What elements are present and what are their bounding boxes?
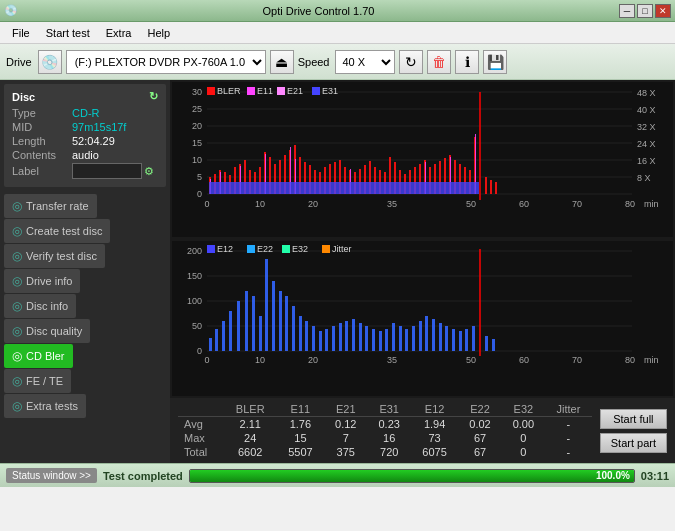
- eject-button[interactable]: ⏏: [270, 50, 294, 74]
- chart-area: 30 25 20 15 10 5 0 0 10 20 35 50 60 70 8…: [170, 80, 675, 463]
- sidebar-item-disc-info[interactable]: ◎ Disc info: [4, 294, 76, 318]
- titlebar: 💿 Opti Drive Control 1.70 ─ □ ✕: [0, 0, 675, 22]
- sidebar-label-create-test-disc: Create test disc: [26, 225, 102, 237]
- titlebar-controls: ─ □ ✕: [619, 4, 671, 18]
- start-full-button[interactable]: Start full: [600, 409, 667, 429]
- row-max-e11: 15: [277, 431, 324, 445]
- refresh-button[interactable]: ↻: [399, 50, 423, 74]
- sidebar-item-cd-bler[interactable]: ◎ CD Bler: [4, 344, 73, 368]
- drive-label: Drive: [6, 56, 32, 68]
- row-max-jitter: -: [545, 431, 592, 445]
- sidebar-item-transfer-rate[interactable]: ◎ Transfer rate: [4, 194, 97, 218]
- sidebar-item-verify-test-disc[interactable]: ◎ Verify test disc: [4, 244, 105, 268]
- svg-rect-139: [299, 316, 302, 351]
- row-total-e21: 375: [324, 445, 367, 459]
- svg-rect-97: [209, 182, 479, 194]
- svg-text:70: 70: [572, 199, 582, 209]
- svg-text:5: 5: [197, 172, 202, 182]
- svg-rect-145: [339, 323, 342, 351]
- row-avg-e32: 0.00: [502, 417, 545, 432]
- sidebar-item-disc-quality[interactable]: ◎ Disc quality: [4, 319, 90, 343]
- disc-label-input[interactable]: [72, 163, 142, 179]
- svg-rect-150: [372, 329, 375, 351]
- col-bler: BLER: [224, 402, 277, 417]
- save-button[interactable]: 💾: [483, 50, 507, 74]
- cd-bler-icon: ◎: [12, 349, 22, 363]
- disc-contents-label: Contents: [12, 149, 72, 161]
- erase-button[interactable]: 🗑: [427, 50, 451, 74]
- row-total-e11: 5507: [277, 445, 324, 459]
- drive-icon-btn[interactable]: 💿: [38, 50, 62, 74]
- svg-rect-162: [452, 329, 455, 351]
- svg-text:50: 50: [466, 355, 476, 365]
- svg-text:0: 0: [204, 355, 209, 365]
- col-e32: E32: [502, 402, 545, 417]
- svg-rect-104: [312, 87, 320, 95]
- menu-extra[interactable]: Extra: [98, 25, 140, 41]
- col-e12: E12: [411, 402, 458, 417]
- main-content: Disc ↻ Type CD-R MID 97m15s17f Length 52…: [0, 80, 675, 463]
- start-part-button[interactable]: Start part: [600, 433, 667, 453]
- svg-text:80: 80: [625, 355, 635, 365]
- maximize-button[interactable]: □: [637, 4, 653, 18]
- svg-rect-166: [485, 336, 488, 351]
- disc-label-row: Label ⚙: [12, 163, 158, 179]
- svg-text:200: 200: [187, 246, 202, 256]
- col-e22: E22: [458, 402, 501, 417]
- svg-text:100: 100: [187, 296, 202, 306]
- sidebar-item-drive-info[interactable]: ◎ Drive info: [4, 269, 80, 293]
- stat-action-buttons: Start full Start part: [600, 409, 667, 453]
- svg-text:35: 35: [387, 355, 397, 365]
- row-avg-label: Avg: [178, 417, 224, 432]
- disc-info-icon: ◎: [12, 299, 22, 313]
- close-button[interactable]: ✕: [655, 4, 671, 18]
- row-max-e32: 0: [502, 431, 545, 445]
- create-test-disc-icon: ◎: [12, 224, 22, 238]
- status-text: Test completed: [103, 470, 183, 482]
- disc-refresh-icon[interactable]: ↻: [149, 90, 158, 103]
- sidebar-item-fe-te[interactable]: ◎ FE / TE: [4, 369, 71, 393]
- disc-type-value: CD-R: [72, 107, 100, 119]
- svg-text:E11: E11: [257, 86, 273, 96]
- transfer-rate-icon: ◎: [12, 199, 22, 213]
- chart2-svg: 200 150 100 50 0 0 10 20 35 50 60 70 80 …: [172, 241, 673, 396]
- row-avg-e31: 0.23: [368, 417, 411, 432]
- status-window-button[interactable]: Status window >>: [6, 468, 97, 483]
- fe-te-icon: ◎: [12, 374, 22, 388]
- svg-rect-149: [365, 326, 368, 351]
- row-total-bler: 6602: [224, 445, 277, 459]
- svg-rect-144: [332, 326, 335, 351]
- row-max-e12: 73: [411, 431, 458, 445]
- svg-rect-126: [209, 338, 212, 351]
- verify-test-disc-icon: ◎: [12, 249, 22, 263]
- disc-quality-icon: ◎: [12, 324, 22, 338]
- svg-rect-153: [392, 323, 395, 351]
- speed-select[interactable]: 40 X Max 32 X 24 X: [335, 50, 395, 74]
- svg-text:BLER: BLER: [217, 86, 241, 96]
- svg-text:Jitter: Jitter: [332, 244, 352, 254]
- info-button[interactable]: ℹ: [455, 50, 479, 74]
- menu-start-test[interactable]: Start test: [38, 25, 98, 41]
- sidebar-label-drive-info: Drive info: [26, 275, 72, 287]
- sidebar-item-extra-tests[interactable]: ◎ Extra tests: [4, 394, 86, 418]
- svg-text:E32: E32: [292, 244, 308, 254]
- menu-file[interactable]: File: [4, 25, 38, 41]
- svg-text:60: 60: [519, 199, 529, 209]
- row-total-e32: 0: [502, 445, 545, 459]
- row-avg-e12: 1.94: [411, 417, 458, 432]
- svg-text:80: 80: [625, 199, 635, 209]
- menu-help[interactable]: Help: [139, 25, 178, 41]
- drive-select[interactable]: (F:) PLEXTOR DVDR PX-760A 1.07: [66, 50, 266, 74]
- menubar: File Start test Extra Help: [0, 22, 675, 44]
- disc-settings-icon[interactable]: ⚙: [144, 165, 154, 178]
- minimize-button[interactable]: ─: [619, 4, 635, 18]
- svg-text:0: 0: [197, 346, 202, 356]
- disc-length-value: 52:04.29: [72, 135, 115, 147]
- svg-rect-152: [385, 329, 388, 351]
- speed-label: Speed: [298, 56, 330, 68]
- app-icon: 💿: [4, 4, 18, 17]
- row-max-bler: 24: [224, 431, 277, 445]
- sidebar-item-create-test-disc[interactable]: ◎ Create test disc: [4, 219, 110, 243]
- svg-text:0: 0: [204, 199, 209, 209]
- sidebar-label-transfer-rate: Transfer rate: [26, 200, 89, 212]
